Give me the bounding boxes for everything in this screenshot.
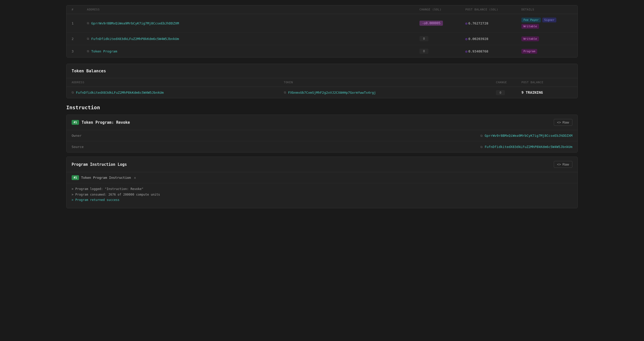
change-cell: 0 <box>419 36 465 41</box>
instruction-detail-owner: Owner ⧉ GprrWv9r8BMxQiWea9MrbCyK7ig7Mj8C… <box>67 130 577 141</box>
row-num: 3 <box>72 49 87 53</box>
details-cell: Program <box>521 49 572 54</box>
copy-icon[interactable]: ⧉ <box>480 145 483 149</box>
detail-owner-label: Owner <box>72 134 123 138</box>
logs-raw-button[interactable]: <> Raw <box>554 161 572 168</box>
tb-address-link[interactable]: FufnDfidkitedX83dkLFuZ2MhP8kKdm6c5W4W5Jb… <box>76 91 164 94</box>
tb-change-badge: 0 <box>496 90 505 95</box>
address-link[interactable]: Token Program <box>91 49 117 53</box>
col-change: CHANGE (SOL) <box>419 8 465 11</box>
col-post-balance: POST BALANCE (SOL) <box>465 8 521 11</box>
badge-writable: Writable <box>521 24 539 29</box>
badge-program: Program <box>521 49 537 54</box>
source-address-link[interactable]: FufnDfidkitedX83dkLFuZ2MhP8kKdm6c5W4W5Jb… <box>485 145 572 149</box>
instruction-heading: Instruction <box>66 104 578 111</box>
balance-cell: ◎ 0.93408768 <box>465 49 521 53</box>
accounts-table-header: # ADDRESS CHANGE (SOL) POST BALANCE (SOL… <box>67 5 577 14</box>
copy-icon[interactable]: ⧉ <box>87 21 89 25</box>
logs-instruction-badge: #1 <box>72 175 79 180</box>
balance-value: 0.93408768 <box>468 49 488 53</box>
balance-value: 6.76272728 <box>468 21 488 25</box>
change-badge-zero: 0 <box>419 36 428 41</box>
instruction-title-group: #1 Token Program: Revoke <box>72 120 130 125</box>
chevron-up-icon[interactable]: ∧ <box>134 176 136 180</box>
sol-icon: ◎ <box>465 21 467 25</box>
sol-icon: ◎ <box>465 49 467 53</box>
col-num: # <box>72 8 87 11</box>
instruction-detail-source: Source ⧉ FufnDfidkitedX83dkLFuZ2MhP8kKdm… <box>67 141 577 152</box>
logs-card-header: Program Instruction Logs <> Raw <box>67 157 577 172</box>
tb-change-cell: 0 <box>496 91 521 94</box>
table-row: 2 ⧉ FufnDfidkitedX83dkLFuZ2MhP8kKdm6c5W4… <box>67 33 577 45</box>
detail-owner-value: ⧉ GprrWv9r8BMxQiWea9MrbCyK7ig7Mj8CcseEbJ… <box>123 134 572 138</box>
sol-icon: ◎ <box>465 37 467 41</box>
table-row: 1 ⧉ GprrWv9r8BMxQiWea9MrbCyK7ig7Mj8CcseE… <box>67 14 577 33</box>
token-balances-title: Token Balances <box>67 64 577 78</box>
tb-post-balance-value: 9 TRAINING <box>521 90 543 94</box>
detail-source-label: Source <box>72 145 123 149</box>
copy-icon[interactable]: ⧉ <box>87 49 89 53</box>
col-tb-post-balance: POST BALANCE <box>521 81 572 84</box>
row-num: 2 <box>72 37 87 41</box>
detail-source-value: ⧉ FufnDfidkitedX83dkLFuZ2MhP8kKdm6c5W4W5… <box>123 145 572 149</box>
badge-fee-payer: Fee Payer <box>521 18 541 22</box>
token-table-header: ADDRESS TOKEN CHANGE POST BALANCE <box>67 78 577 87</box>
col-tb-change: CHANGE <box>496 81 521 84</box>
logs-title: Program Instruction Logs <box>72 162 127 167</box>
raw-button[interactable]: <> Raw <box>554 119 572 126</box>
col-tb-token: TOKEN <box>284 81 496 84</box>
col-details: DETAILS <box>521 8 572 11</box>
copy-icon[interactable]: ⧉ <box>480 134 483 138</box>
change-cell: -◎0.000005 <box>419 21 465 26</box>
logs-content: > Program logged: "Instruction: Revoke" … <box>67 183 577 208</box>
log-line: > Program consumed: 2676 of 200000 compu… <box>72 192 572 198</box>
owner-address-link[interactable]: GprrWv9r8BMxQiWea9MrbCyK7ig7Mj8CcseEbJhD… <box>485 134 572 138</box>
logs-card: Program Instruction Logs <> Raw #1 Token… <box>66 157 578 208</box>
balance-cell: ◎ 6.76272728 <box>465 21 521 25</box>
log-line-success: > Program returned success <box>72 197 572 203</box>
details-cell: Writable <box>521 36 572 41</box>
instruction-card: #1 Token Program: Revoke <> Raw Owner ⧉ … <box>66 115 578 153</box>
logs-code-icon: <> <box>557 162 561 166</box>
col-address: ADDRESS <box>87 8 419 11</box>
details-cell: Fee Payer Signer Writable <box>521 18 572 29</box>
tb-token-link[interactable]: FXbnmvUb7CxmSjMhF2g2xVJ2CXAHHp7GormYwwTx… <box>288 91 376 94</box>
address-cell: ⧉ GprrWv9r8BMxQiWea9MrbCyK7ig7Mj8CcseEbJ… <box>87 21 419 25</box>
address-cell: ⧉ FufnDfidkitedX83dkLFuZ2MhP8kKdm6c5W4W5… <box>87 37 419 41</box>
tb-address-cell: ⧉ FufnDfidkitedX83dkLFuZ2MhP8kKdm6c5W4W5… <box>72 91 284 94</box>
copy-icon[interactable]: ⧉ <box>284 91 286 94</box>
col-tb-address: ADDRESS <box>72 81 284 84</box>
address-cell: ⧉ Token Program <box>87 49 419 53</box>
code-icon: <> <box>557 120 561 124</box>
instruction-title: Token Program: Revoke <box>82 120 130 125</box>
address-link[interactable]: GprrWv9r8BMxQiWea9MrbCyK7ig7Mj8CcseEbJhD… <box>91 21 179 25</box>
token-table-row: ⧉ FufnDfidkitedX83dkLFuZ2MhP8kKdm6c5W4W5… <box>67 87 577 98</box>
tb-post-balance-cell: 9 TRAINING <box>521 90 572 94</box>
logs-instruction-header: #1 Token Program Instruction ∧ <box>67 172 577 183</box>
instruction-card-header: #1 Token Program: Revoke <> Raw <box>67 115 577 130</box>
badge-signer: Signer <box>542 18 557 22</box>
copy-icon[interactable]: ⧉ <box>72 91 74 94</box>
log-line: > Program logged: "Instruction: Revoke" <box>72 186 572 192</box>
accounts-table: # ADDRESS CHANGE (SOL) POST BALANCE (SOL… <box>66 5 578 58</box>
token-balances-section: Token Balances ADDRESS TOKEN CHANGE POST… <box>66 64 578 98</box>
table-row: 3 ⧉ Token Program 0 ◎ 0.93408768 Program <box>67 45 577 57</box>
tb-token-cell: ⧉ FXbnmvUb7CxmSjMhF2g2xVJ2CXAHHp7GormYww… <box>284 91 496 94</box>
row-num: 1 <box>72 21 87 25</box>
copy-icon[interactable]: ⧉ <box>87 37 89 40</box>
change-cell: 0 <box>419 49 465 54</box>
address-link[interactable]: FufnDfidkitedX83dkLFuZ2MhP8kKdm6c5W4W5Jb… <box>91 37 179 41</box>
change-badge-negative: -◎0.000005 <box>419 21 443 26</box>
balance-value: 0.00203928 <box>468 37 488 41</box>
balance-cell: ◎ 0.00203928 <box>465 37 521 41</box>
logs-instruction-label: Token Program Instruction <box>81 176 131 180</box>
instruction-badge: #1 <box>72 120 79 125</box>
change-badge-zero: 0 <box>419 49 428 54</box>
logs-raw-label: Raw <box>562 162 569 166</box>
raw-label: Raw <box>562 120 569 124</box>
badge-writable: Writable <box>521 36 539 41</box>
